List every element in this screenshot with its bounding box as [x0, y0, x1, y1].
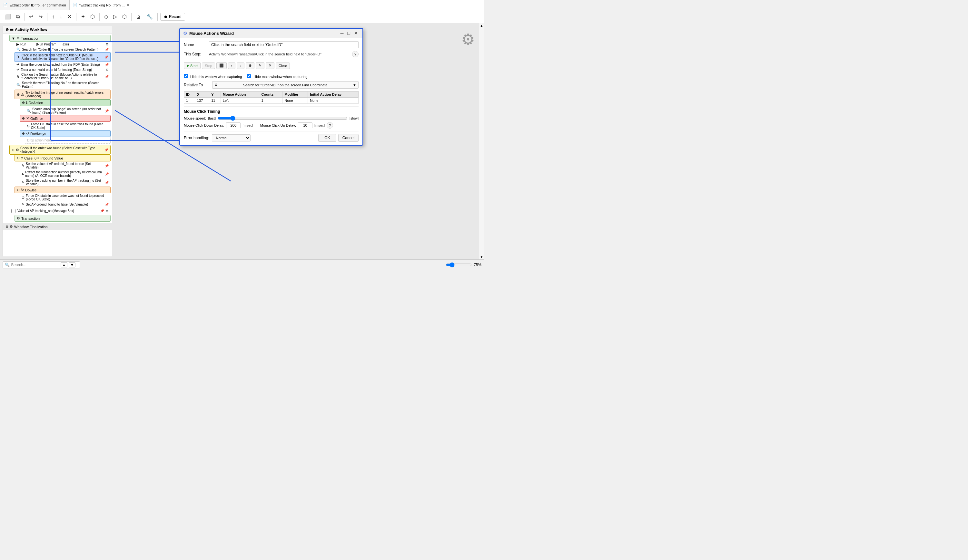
diamond-button[interactable]: ◇: [102, 12, 110, 21]
search-orderid-action[interactable]: 🔍 Search for "Order-ID:" on the screen (…: [15, 47, 111, 52]
try-collapse[interactable]: ⊖: [17, 93, 20, 97]
doaction-header[interactable]: ⊖ ℹ DoAction: [20, 99, 111, 106]
undo-button[interactable]: ↩: [27, 12, 35, 21]
play-button[interactable]: ▷: [111, 12, 119, 21]
tab-2[interactable]: 📄 *Extract tracking No...from ... ✕: [70, 0, 134, 10]
doelse-collapse[interactable]: ⊖: [17, 188, 20, 192]
tab-1[interactable]: 📄 Extract order ID fro...er confirmation: [0, 0, 70, 10]
click-down-input[interactable]: [226, 122, 240, 128]
name-input[interactable]: [209, 41, 358, 48]
enter-order-action[interactable]: ↵ Enter the order id extracted from the …: [15, 62, 111, 67]
speed-label: Mouse speed:: [184, 116, 206, 120]
workflow-icon: ☰: [10, 27, 13, 32]
click-search-btn-action[interactable]: 🖱 Click on the Search button (Mouse Acti…: [15, 72, 111, 81]
scroll-down-button[interactable]: ▼: [479, 254, 484, 259]
clear-button[interactable]: Clear: [276, 63, 290, 69]
relative-to-row: Relative To ⚙ Search for "Order-ID: " on…: [184, 81, 358, 89]
onerror-collapse[interactable]: ⊖: [22, 116, 25, 121]
error-select[interactable]: Normal: [212, 134, 250, 142]
hide-main-checkbox[interactable]: [247, 74, 251, 78]
right-scrollbar[interactable]: ▲ ▼: [479, 23, 484, 259]
up-button[interactable]: ↑: [50, 13, 56, 21]
checkbox-row: Hide this window when capturing Hide mai…: [184, 74, 358, 79]
wf-collapse[interactable]: ⊖: [5, 225, 8, 229]
cancel-button[interactable]: Cancel: [338, 134, 358, 142]
force-ok-onerror-action[interactable]: ⊙ Force OK state in case the order was f…: [25, 122, 111, 130]
speed-slider[interactable]: [218, 116, 348, 121]
set-ap-false-action[interactable]: ✎ Set AP orderid_found to false (Set Var…: [20, 202, 111, 207]
transaction-collapse[interactable]: ▼: [12, 36, 15, 40]
search-nav-down[interactable]: ▼: [69, 262, 75, 268]
search-nav-up[interactable]: ▲: [61, 262, 67, 268]
force-ok-doelse-action[interactable]: ⊙ Force OK state in case order was not f…: [20, 193, 111, 202]
copy-button[interactable]: ⧉: [14, 13, 22, 21]
flow-button[interactable]: ⬡: [88, 12, 97, 21]
set-ap-false-label: Set AP orderid_found to false (Set Varia…: [26, 203, 88, 206]
error-handling-row: Error handling: Normal: [184, 134, 250, 142]
wizard-close-button[interactable]: ✕: [353, 31, 359, 36]
delete-button[interactable]: ✕: [65, 12, 73, 21]
relative-to-select[interactable]: ⚙ Search for "Order-ID: " on the screen.…: [212, 81, 358, 89]
toolbar: ⬜ ⧉ ↩ ↪ ↑ ↓ ✕ ✦ ⬡ ◇ ▷ ⬡ 🖨 🔧 ⏺ Record: [0, 10, 484, 23]
doaction-collapse[interactable]: ⊖: [22, 101, 25, 105]
transaction-children: ▶ Run (Run Program .exe) ⚙ 🔍 Search for …: [9, 41, 111, 89]
click-search-action[interactable]: 🖱 Click in the search field next to "Ord…: [15, 52, 111, 62]
back-button[interactable]: ⬛: [216, 62, 227, 69]
transaction-section[interactable]: ▼ ⚙ Transaction: [9, 35, 111, 41]
wizard-maximize-button[interactable]: □: [346, 31, 351, 36]
search-tracking-action[interactable]: 🔍 Search the word "Tracking No." on the …: [15, 81, 111, 89]
timing-help-button[interactable]: ?: [327, 122, 333, 129]
value-ap-tracking-action[interactable]: Value of AP tracking_no (Message Box) 📌 …: [9, 208, 111, 214]
wrench-button[interactable]: 🔧: [144, 12, 155, 21]
hide-window-checkbox[interactable]: [184, 74, 188, 78]
workflow-tree: ▼ ⚙ Transaction ▶ Run (Run Program .exe)…: [3, 33, 112, 223]
check-collapse[interactable]: ⊖: [12, 148, 15, 152]
run-action[interactable]: ▶ Run (Run Program .exe) ⚙: [15, 41, 111, 47]
store-tracking-action[interactable]: ✎ Store the tracking number in the AP tr…: [20, 178, 111, 187]
try-label: Try to find the image of no search resul…: [25, 91, 108, 98]
stop-button[interactable]: Stop: [202, 63, 215, 69]
new-button[interactable]: ⬜: [3, 12, 13, 21]
doalways-collapse[interactable]: ⊖: [22, 132, 25, 135]
click-up-label: Mouse Click Up Delay:: [260, 124, 296, 127]
hide-window-label[interactable]: Hide this window when capturing: [184, 74, 242, 79]
doalways-header[interactable]: ⊖ ↺ DoAlways: [20, 130, 111, 137]
zoom-slider[interactable]: [446, 262, 472, 268]
transaction2-section[interactable]: ⚙ Transaction: [15, 215, 111, 222]
add-button[interactable]: ⊕: [246, 62, 254, 69]
onerror-header[interactable]: ⊖ ✕ OnError: [20, 115, 111, 122]
search-arrow-action[interactable]: 🔍 Search arrow up "page" on screen (== o…: [25, 107, 111, 115]
action-up-button[interactable]: ↑: [228, 63, 236, 69]
start-label: Start: [190, 64, 198, 68]
workflow-collapse-icon[interactable]: ⊖: [5, 27, 9, 32]
table-row[interactable]: 1 137 11 Left 1 None None: [184, 97, 358, 104]
remove-button[interactable]: ✕: [266, 62, 274, 69]
doelse-header[interactable]: ⊖ ↻ DoElse: [15, 187, 111, 193]
extract-trans-action[interactable]: A Extract the transaction number (direct…: [20, 170, 111, 178]
value-ap-checkbox[interactable]: [11, 209, 15, 213]
search-input[interactable]: [11, 263, 59, 267]
set-ap-true-action[interactable]: ✎ Set the value of AP orderid_found to t…: [20, 162, 111, 170]
click-up-input[interactable]: [298, 122, 312, 128]
check-header[interactable]: ⊖ ⚙ Check if the order was found (Select…: [9, 145, 111, 155]
ok-button[interactable]: OK: [318, 134, 336, 142]
record-button[interactable]: ⏺ Record: [160, 13, 185, 21]
wizard-minimize-button[interactable]: ─: [339, 31, 345, 36]
try-header[interactable]: ⊖ ⚠ Try to find the image of no search r…: [15, 89, 111, 99]
print-button[interactable]: 🖨: [134, 13, 143, 21]
wand-button[interactable]: ✦: [79, 12, 87, 21]
case-header[interactable]: ⊖ ? Case: 0 = Inbound Value: [15, 155, 111, 162]
start-button[interactable]: ▶ Start: [184, 62, 201, 69]
help-button[interactable]: ?: [352, 51, 358, 57]
hide-main-label[interactable]: Hide main window when capturing: [247, 74, 307, 79]
tab-2-close[interactable]: ✕: [126, 3, 129, 7]
edit-button[interactable]: ✎: [256, 62, 264, 69]
click-search-btn-label: Click on the Search button (Mouse Action…: [21, 73, 103, 80]
deploy-button[interactable]: ⬡: [120, 12, 129, 21]
down-button[interactable]: ↓: [58, 13, 64, 21]
action-down-button[interactable]: ↓: [237, 63, 244, 69]
case-collapse[interactable]: ⊖: [17, 156, 20, 160]
scroll-up-button[interactable]: ▲: [479, 23, 484, 28]
redo-button[interactable]: ↪: [36, 12, 45, 21]
enter-nonvalid-action[interactable]: ↵ Enter a non-valid order id for testing…: [15, 67, 111, 72]
